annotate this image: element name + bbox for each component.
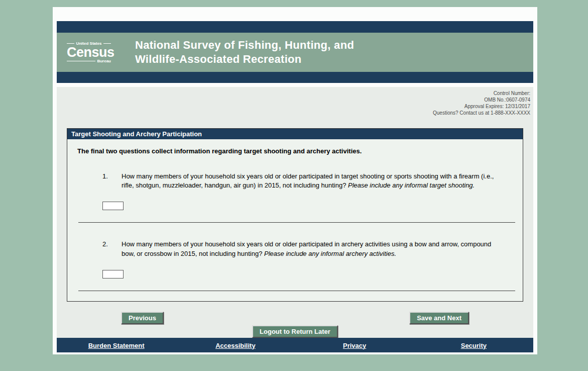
question-2-italic-note: Please include any informal archery acti…: [264, 250, 396, 257]
footer-bar: Burden Statement Accessibility Privacy S…: [57, 338, 533, 352]
page-container: United States Census Bureau National Sur…: [53, 7, 537, 354]
question-2-text: How many members of your household six y…: [122, 240, 505, 259]
footer-cell: Burden Statement: [57, 341, 176, 350]
survey-title: National Survey of Fishing, Hunting, and…: [135, 38, 354, 66]
accessibility-link[interactable]: Accessibility: [215, 342, 256, 349]
logo-rule-right: [103, 43, 111, 44]
control-number-label: Control Number:: [57, 90, 530, 97]
omb-number: OMB No.:0607-0974: [57, 97, 530, 103]
page-body: Control Number: OMB No.:0607-0974 Approv…: [57, 87, 533, 352]
logo-bureau-text: Bureau: [97, 59, 111, 63]
navigation-buttons-row: Previous Save and Next: [57, 312, 533, 324]
footer-cell: Security: [414, 341, 533, 350]
burden-statement-link[interactable]: Burden Statement: [88, 342, 145, 349]
question-1: 1. How many members of your household si…: [102, 172, 505, 191]
question-2-answer-input[interactable]: [102, 270, 124, 279]
logo-census-text: Census: [67, 46, 111, 59]
section-title-bar: Target Shooting and Archery Participatio…: [67, 129, 523, 139]
survey-title-line1: National Survey of Fishing, Hunting, and: [135, 38, 354, 52]
question-1-text: How many members of your household six y…: [122, 172, 505, 191]
mid-navy-bar: [57, 72, 533, 82]
question-1-answer-input[interactable]: [102, 202, 124, 210]
approval-expires: Approval Expires: 12/31/2017: [57, 103, 530, 110]
top-navy-bar: [57, 21, 533, 33]
question-section: Target Shooting and Archery Participatio…: [67, 128, 523, 302]
logo-rule-bottom: [67, 61, 95, 61]
footer-cell: Accessibility: [176, 341, 295, 350]
header-banner: United States Census Bureau National Sur…: [57, 33, 533, 72]
save-and-next-button[interactable]: Save and Next: [409, 312, 469, 324]
question-1-number: 1.: [102, 172, 122, 191]
logo-rule-left: [67, 43, 74, 44]
security-link[interactable]: Security: [461, 342, 487, 349]
census-bureau-logo: United States Census Bureau: [67, 41, 111, 63]
logout-button-row: Logout to Return Later: [57, 325, 533, 338]
privacy-link[interactable]: Privacy: [343, 342, 366, 349]
footer-cell: Privacy: [295, 341, 414, 350]
question-2-number: 2.: [102, 240, 122, 259]
omb-info-block: Control Number: OMB No.:0607-0974 Approv…: [57, 87, 533, 121]
question-1-italic-note: Please include any informal target shoot…: [348, 181, 475, 189]
previous-button[interactable]: Previous: [121, 312, 164, 324]
survey-title-line2: Wildlife-Associated Recreation: [135, 52, 354, 66]
question-2: 2. How many members of your household si…: [102, 240, 505, 259]
question-divider: [78, 222, 515, 223]
section-intro-text: The final two questions collect informat…: [77, 147, 508, 155]
question-divider: [78, 291, 515, 291]
logout-button[interactable]: Logout to Return Later: [252, 325, 338, 338]
contact-info: Questions? Contact us at 1-888-XXX-XXXX: [57, 110, 530, 116]
